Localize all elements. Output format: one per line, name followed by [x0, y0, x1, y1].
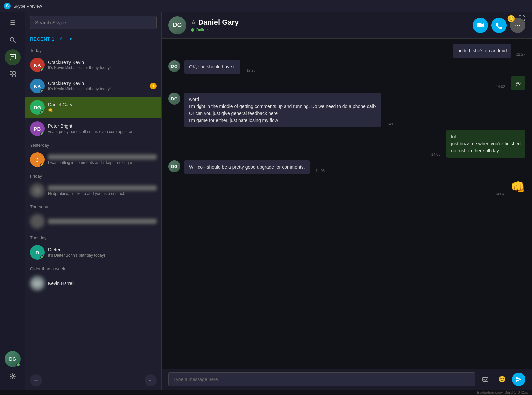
chevron-down-icon[interactable]: ▾: [70, 37, 72, 41]
all-filter-button[interactable]: All: [58, 36, 66, 42]
contact-info: XXXXXXXX: [48, 219, 157, 224]
settings-button[interactable]: [5, 368, 21, 384]
message-time: 14:02: [496, 85, 505, 89]
svg-point-3: [12, 56, 13, 57]
contact-name: Peter Bright: [48, 123, 157, 129]
recent-header: RECENT 1 All ▾: [25, 33, 161, 45]
contact-status-dot: [40, 132, 44, 136]
contact-item[interactable]: JJamieI was putting in comments and it k…: [25, 149, 161, 170]
contact-name: Kevin Harrell: [48, 281, 157, 286]
contact-name: XXXXXXXX: [48, 185, 157, 191]
build-info: Evaluation copy. Build 14342.rs: [477, 390, 528, 394]
contact-avatar: DG: [30, 100, 45, 115]
contact-avatar: ?: [30, 183, 45, 198]
message-time: 12:28: [246, 68, 256, 72]
contact-name: Dieter: [48, 247, 157, 252]
contact-info: Daniel Gary👊: [48, 102, 157, 113]
contact-avatar: KH: [30, 276, 45, 291]
svg-rect-8: [13, 75, 15, 77]
star-icon[interactable]: ☆: [191, 19, 196, 26]
contact-item[interactable]: XXXXXXXX: [25, 211, 161, 232]
more-options-button[interactable]: ···: [145, 374, 157, 386]
contact-item[interactable]: DDieterIt's Dieter Bohn's birthday today…: [25, 242, 161, 263]
contact-item[interactable]: KKCrackBerry KevinIt's Kevin Michaluk's …: [25, 54, 161, 75]
search-input[interactable]: [30, 16, 157, 29]
send-button[interactable]: [512, 373, 525, 386]
message-bubble: wordI'm right in the middle of getting c…: [184, 93, 381, 127]
expand-icon[interactable]: ⛶: [519, 15, 525, 23]
message-row: DGOK, she should have it12:28: [168, 60, 467, 74]
message-avatar: DG: [168, 160, 180, 172]
message-bubble: 👊: [510, 177, 525, 197]
contact-item[interactable]: ?XXXXXXXXHi dprubino, I'd like to add yo…: [25, 180, 161, 201]
svg-rect-10: [477, 23, 482, 27]
contact-preview: I was putting in comments and it kept fr…: [48, 160, 157, 165]
recent-label: RECENT 1: [30, 36, 54, 42]
contact-item[interactable]: DGDaniel Gary👊: [25, 97, 161, 118]
add-contact-button[interactable]: +: [30, 374, 42, 386]
message-bubble: loljust buzz me when you're finishedno r…: [446, 130, 525, 158]
contact-item[interactable]: KHKevin Harrell: [25, 273, 161, 294]
user-avatar[interactable]: DG: [5, 351, 21, 367]
section-label: Yesterday: [25, 139, 161, 149]
search-bar-container: [25, 12, 161, 33]
chat-header-info: ☆ Daniel Gary Online: [191, 18, 468, 32]
title-bar: S Skype Preview: [0, 0, 532, 12]
contact-item[interactable]: KKCrackBerry KevinIt's Kevin Michaluk's …: [25, 75, 161, 97]
message-time: 14:03: [316, 169, 325, 173]
svg-rect-5: [10, 72, 12, 74]
video-call-button[interactable]: [473, 18, 488, 33]
contact-avatar: KK: [30, 79, 45, 93]
contact-section: YesterdayJJamieI was putting in comments…: [25, 139, 161, 170]
contact-avatar: D: [30, 245, 45, 260]
contacts-button[interactable]: [5, 66, 21, 82]
status-indicator: [191, 28, 194, 32]
emoji-top-icon[interactable]: 😊: [507, 15, 515, 23]
contact-section: Older than a weekKHKevin Harrell: [25, 263, 161, 294]
contact-preview: It's Dieter Bohn's birthday today!: [48, 253, 157, 258]
audio-call-button[interactable]: [491, 18, 507, 33]
header-top-icons: 😊 ⛶: [507, 15, 525, 23]
section-label: Thursday: [25, 201, 161, 211]
chat-panel: 😊 ⛶ DG ☆ Daniel Gary Online: [162, 12, 532, 390]
contact-name: CrackBerry Kevin: [48, 81, 147, 86]
contact-preview: It's Kevin Michaluk's birthday today!: [48, 87, 147, 91]
message-bubble: Will do - should be a pretty good upgrad…: [184, 160, 310, 174]
contact-status-dot: [40, 68, 44, 72]
message-avatar: DG: [168, 93, 180, 105]
file-attach-button[interactable]: [479, 373, 492, 386]
chat-input-area: 😊: [162, 369, 532, 390]
message-time: 14:04: [495, 192, 504, 196]
skype-logo: S: [4, 3, 11, 9]
contact-info: XXXXXXXXHi dprubino, I'd like to add you…: [48, 185, 157, 196]
message-bubble: added; she's on android: [453, 44, 511, 58]
svg-line-1: [14, 41, 16, 43]
emoji-input-button[interactable]: 😊: [495, 373, 509, 386]
search-button[interactable]: [5, 32, 21, 48]
chat-button[interactable]: [5, 49, 21, 65]
contact-item[interactable]: PBPeter Brightyeah, pretty hands off so …: [25, 118, 161, 139]
bottom-bar: Evaluation copy. Build 14342.rs: [0, 390, 532, 395]
message-time: 12:27: [516, 52, 525, 56]
section-label: Friday: [25, 170, 161, 180]
contact-name: CrackBerry Kevin: [48, 60, 157, 65]
chat-contact-name: ☆ Daniel Gary: [191, 18, 468, 27]
contact-preview: 👊: [48, 108, 157, 113]
message-avatar: DG: [168, 60, 180, 72]
chat-header: DG ☆ Daniel Gary Online ···: [162, 12, 532, 39]
contacts-list: TodayKKCrackBerry KevinIt's Kevin Michal…: [25, 45, 161, 371]
contact-preview: yeah, pretty hands off so far. even core…: [48, 129, 157, 134]
section-label: Tuesday: [25, 232, 161, 242]
unread-badge: 1: [150, 83, 157, 89]
contact-info: JamieI was putting in comments and it ke…: [48, 154, 157, 165]
contacts-panel: RECENT 1 All ▾ TodayKKCrackBerry KevinIt…: [25, 12, 162, 390]
contact-section: Friday?XXXXXXXXHi dprubino, I'd like to …: [25, 170, 161, 201]
contact-status-dot: [40, 163, 44, 167]
contact-info: Kevin Harrell: [48, 281, 157, 286]
message-input[interactable]: [168, 372, 475, 386]
contact-status-dot: [40, 89, 44, 93]
contact-preview: It's Kevin Michaluk's birthday today!: [48, 66, 157, 70]
contact-info: DieterIt's Dieter Bohn's birthday today!: [48, 247, 157, 258]
section-label: Older than a week: [25, 263, 161, 273]
hamburger-menu-button[interactable]: ☰: [5, 15, 21, 31]
